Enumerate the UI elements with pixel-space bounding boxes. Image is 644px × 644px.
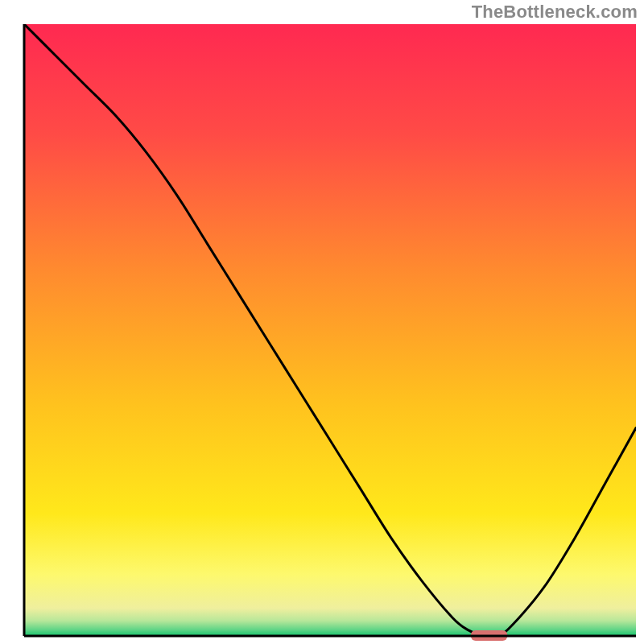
watermark-text: TheBottleneck.com bbox=[472, 2, 638, 23]
chart-svg bbox=[0, 0, 644, 644]
chart-container: TheBottleneck.com bbox=[0, 0, 644, 644]
